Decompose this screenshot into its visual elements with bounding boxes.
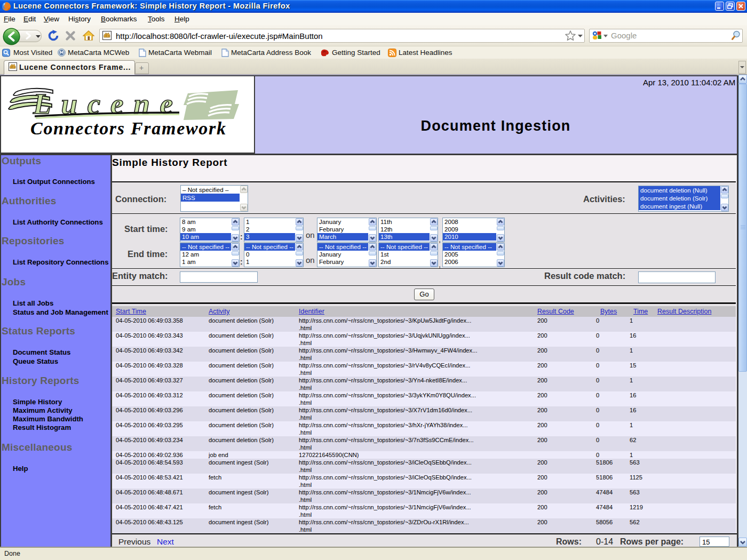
svg-text:Connectors Framework: Connectors Framework [30,118,226,138]
